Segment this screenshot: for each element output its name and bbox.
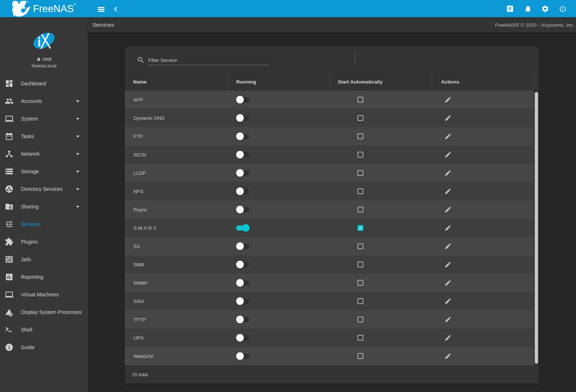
- svg-text:™: ™: [73, 3, 76, 6]
- svg-text:FreeNAS: FreeNAS: [33, 3, 74, 14]
